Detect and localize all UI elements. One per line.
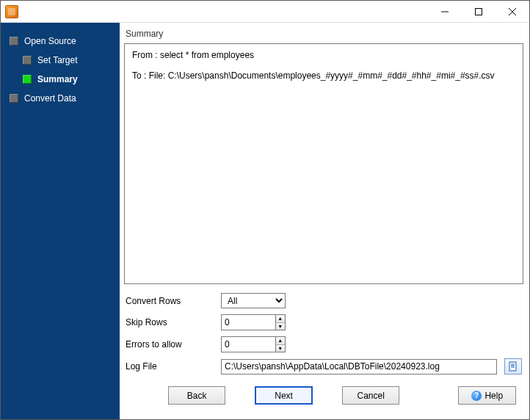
close-icon bbox=[509, 8, 516, 15]
spinner-up-icon[interactable]: ▲ bbox=[276, 315, 285, 323]
wizard-button-bar: Back Next Cancel ? Help bbox=[124, 379, 523, 413]
step-summary[interactable]: Summary bbox=[1, 70, 120, 89]
skip-rows-spinner[interactable]: ▲ ▼ bbox=[221, 314, 286, 330]
help-icon: ? bbox=[471, 391, 482, 401]
next-button[interactable]: Next bbox=[255, 386, 313, 405]
step-label: Convert Data bbox=[24, 93, 76, 104]
summary-from-line: From : select * from employees bbox=[132, 50, 254, 60]
svg-rect-4 bbox=[509, 362, 516, 371]
step-indicator-icon bbox=[23, 56, 32, 65]
step-label: Open Source bbox=[24, 36, 76, 46]
browse-log-file-button[interactable] bbox=[504, 358, 522, 374]
back-button[interactable]: Back bbox=[168, 386, 226, 405]
errors-to-allow-label: Errors to allow bbox=[126, 339, 214, 350]
spinner-up-icon[interactable]: ▲ bbox=[276, 337, 285, 345]
close-button[interactable] bbox=[495, 1, 529, 23]
summary-textarea[interactable]: From : select * from employees To : File… bbox=[124, 43, 523, 284]
step-label: Set Target bbox=[37, 55, 77, 65]
convert-rows-select[interactable]: All bbox=[221, 293, 286, 308]
errors-to-allow-input[interactable] bbox=[222, 337, 275, 352]
content-area: Open Source Set Target Summary Convert D… bbox=[1, 23, 529, 419]
step-indicator-icon bbox=[10, 37, 18, 46]
step-label: Summary bbox=[37, 74, 78, 84]
titlebar bbox=[1, 1, 529, 23]
file-browse-icon bbox=[508, 361, 518, 372]
help-button[interactable]: ? Help bbox=[458, 386, 516, 405]
minimize-button[interactable] bbox=[428, 1, 462, 23]
step-indicator-icon bbox=[23, 75, 32, 84]
errors-to-allow-spinner[interactable]: ▲ ▼ bbox=[221, 336, 286, 352]
app-icon bbox=[5, 5, 18, 18]
log-file-label: Log File bbox=[126, 361, 214, 372]
spinner-down-icon[interactable]: ▼ bbox=[276, 323, 285, 330]
main-panel: Summary From : select * from employees T… bbox=[120, 23, 529, 419]
summary-heading: Summary bbox=[124, 27, 523, 40]
wizard-window: Open Source Set Target Summary Convert D… bbox=[0, 0, 530, 420]
step-indicator-icon bbox=[10, 94, 18, 103]
log-file-input[interactable] bbox=[221, 359, 497, 374]
svg-rect-1 bbox=[476, 8, 482, 15]
cancel-button[interactable]: Cancel bbox=[342, 386, 400, 405]
minimize-icon bbox=[441, 8, 449, 15]
skip-rows-label: Skip Rows bbox=[126, 317, 214, 327]
step-open-source[interactable]: Open Source bbox=[1, 32, 120, 51]
options-form: Convert Rows All Skip Rows ▲ ▼ bbox=[124, 287, 523, 376]
step-set-target[interactable]: Set Target bbox=[1, 51, 120, 70]
spinner-down-icon[interactable]: ▼ bbox=[276, 345, 285, 352]
summary-to-line: To : File: C:\Users\pansh\Documents\empl… bbox=[132, 70, 495, 81]
convert-rows-label: Convert Rows bbox=[126, 296, 214, 306]
maximize-button[interactable] bbox=[462, 1, 495, 23]
wizard-steps-sidebar: Open Source Set Target Summary Convert D… bbox=[1, 23, 120, 419]
maximize-icon bbox=[475, 8, 482, 15]
step-convert-data[interactable]: Convert Data bbox=[1, 89, 120, 108]
skip-rows-input[interactable] bbox=[222, 315, 275, 330]
